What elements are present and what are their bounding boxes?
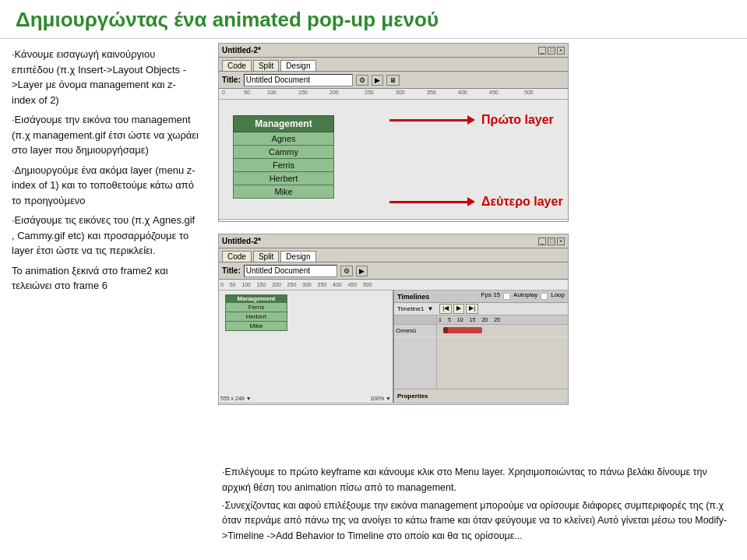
timeline-tracks-area: Omenū 1 5 10 15 20 25 — [394, 315, 568, 389]
left-text-3: ·Δημιουργούμε ένα ακόμα layer (menu z-in… — [12, 163, 199, 209]
red-arrowhead-protos — [467, 115, 475, 125]
browser-toolbar-top: Title: Untitled Document ⚙ ▶ 🖥 — [219, 72, 568, 89]
close-btn[interactable]: × — [557, 47, 565, 55]
body-tag-bottom: <body> — [219, 403, 568, 405]
bottom-text-line2: ·Συνεχίζοντας και αφού επιλέξουμε την ει… — [222, 498, 735, 544]
menu-item-herbert[interactable]: Herbert — [233, 172, 334, 185]
menu-item-ferris[interactable]: Ferris — [233, 159, 334, 172]
timeline-nav: |◀ ▶ ▶| — [439, 304, 478, 314]
tab-split-b[interactable]: Split — [253, 251, 279, 262]
timelines-controls: Fps 15 Autoplay Loop — [481, 291, 565, 301]
toolbar-icon-1[interactable]: ⚙ — [356, 75, 368, 86]
menu-header: Management — [233, 115, 334, 132]
protos-arrow: Πρώτο layer — [389, 113, 554, 127]
props-bar: Properties — [394, 389, 568, 403]
timelines-toolbar: Title: Untitled Document ⚙ ▶ — [219, 262, 568, 280]
maximize-btn-b[interactable]: □ — [548, 238, 555, 245]
properties-label: Properties — [397, 393, 428, 400]
prev-frame-btn[interactable]: |◀ — [439, 304, 452, 314]
browser-title-top: Untitled-2* — [222, 46, 261, 55]
keyframe-bar — [443, 327, 482, 333]
toolbar-btn-b2[interactable]: ▶ — [356, 266, 368, 276]
loop-checkbox[interactable] — [541, 293, 548, 300]
deutero-arrow: Δεύτερο layer — [389, 195, 563, 209]
small-menu-herbert[interactable]: Herbert — [225, 312, 287, 322]
zoom-info: 100% ▼ — [370, 396, 391, 401]
browser-titlebar-top: Untitled-2* _ □ × — [219, 44, 568, 58]
timeline-arrow: ▼ — [427, 305, 433, 312]
left-text-5: Το animation ξεκινά στο frame2 και τελει… — [12, 263, 199, 294]
tab-split[interactable]: Split — [253, 60, 279, 71]
small-menu-ferris[interactable]: Ferris — [225, 303, 287, 312]
header: Δημιουργώντας ένα animated pop-up μενού — [0, 0, 747, 39]
toolbar-btn-b1[interactable]: ⚙ — [340, 266, 353, 276]
win-controls-bottom: _ □ × — [538, 238, 565, 245]
keyframe-start — [443, 327, 448, 333]
red-line-deutero — [389, 201, 467, 203]
left-text-4: ·Εισάγουμε τις εικόνες του (π.χ Agnes.gi… — [12, 213, 199, 259]
menu-box-top: Management Agnes Cammy Ferris Herbert Mi… — [233, 115, 569, 199]
toolbar-icon-2[interactable]: ▶ — [372, 75, 383, 86]
timelines-titlebar: Untitled-2* _ □ × — [219, 234, 568, 248]
menu-item-mike[interactable]: Mike — [233, 185, 334, 199]
timeline-ruler-numbers: 1 5 10 15 20 25 — [437, 315, 568, 325]
page-title: Δημιουργώντας ένα animated pop-up μενού — [16, 8, 731, 32]
design-area-bottom: Management Ferris Herbert Mike 555 x 248… — [219, 291, 394, 403]
tab-code-b[interactable]: Code — [222, 251, 252, 262]
small-menu-header: Management — [225, 294, 287, 303]
next-frame-btn[interactable]: ▶| — [466, 304, 478, 314]
tab-code[interactable]: Code — [222, 60, 252, 71]
small-menu-box: Management Ferris Herbert Mike — [225, 294, 287, 331]
split-view: Management Ferris Herbert Mike 555 x 248… — [219, 291, 568, 403]
protos-label: Πρώτο layer — [481, 113, 554, 127]
omenu-track-content — [437, 325, 568, 337]
loop-label: Loop — [551, 291, 565, 301]
ruler-marks: 0 50 100 150 200 250 300 350 400 450 500 — [220, 90, 566, 99]
timeline-selector: Timeline1 ▼ |◀ ▶ ▶| — [394, 303, 568, 315]
close-btn-b[interactable]: × — [557, 238, 565, 245]
red-arrowhead-deutero — [467, 197, 475, 206]
fps-label: Fps 15 — [481, 291, 500, 301]
minimize-btn-b[interactable]: _ — [538, 238, 546, 245]
autoplay-label: Autoplay — [513, 291, 537, 301]
left-panel: ·Κάνουμε εισαγωγή καινούργιου επιπέδου (… — [0, 39, 210, 552]
timelines-tabs: Code Split Design — [219, 248, 568, 262]
minimize-btn[interactable]: _ — [538, 47, 546, 55]
ruler-bottom: 0 50 100 150 200 250 300 350 400 450 500 — [219, 280, 568, 291]
red-line-protos — [389, 119, 467, 122]
main-content: ·Κάνουμε εισαγωγή καινούργιου επιπέδου (… — [0, 39, 747, 552]
track-labels: Omenū — [394, 315, 437, 389]
document-title-b[interactable]: Untitled Document — [244, 265, 337, 277]
timeline-grid: 1 5 10 15 20 25 — [437, 315, 568, 389]
timelines-header-label: Timelines Fps 15 Autoplay Loop — [394, 291, 568, 303]
menu-item-agnes[interactable]: Agnes — [233, 132, 334, 146]
maximize-btn[interactable]: □ — [548, 47, 555, 55]
small-menu-mike[interactable]: Mike — [225, 322, 287, 331]
document-title-input[interactable]: Untitled Document — [244, 74, 353, 86]
screenshot-bottom: Untitled-2* _ □ × Code Split Design Titl… — [218, 234, 569, 405]
tab-design[interactable]: Design — [280, 60, 315, 71]
left-text-2: ·Εισάγουμε την εικόνα του management (π.… — [12, 112, 199, 158]
right-panel: Untitled-2* _ □ × Code Split Design Titl… — [210, 39, 747, 552]
omenu-track-label: Omenū — [394, 325, 436, 337]
deutero-label: Δεύτερο layer — [481, 195, 563, 209]
ruler-top: 0 50 100 150 200 250 300 350 400 450 500 — [219, 89, 568, 100]
left-text-1: ·Κάνουμε εισαγωγή καινούργιου επιπέδου (… — [12, 47, 199, 107]
title-label: Title: — [222, 76, 241, 84]
title-label-b: Title: — [222, 266, 241, 275]
win-controls-top: _ □ × — [538, 47, 565, 55]
play-btn[interactable]: ▶ — [453, 304, 464, 314]
track-label-1 — [394, 315, 436, 325]
timelines-panel: Timelines Fps 15 Autoplay Loop Time — [394, 291, 568, 403]
menu-item-cammy[interactable]: Cammy — [233, 146, 334, 159]
body-tag-top: <body> <div#menu> — [219, 219, 568, 222]
timelines-title: Untitled-2* — [222, 237, 261, 245]
tab-design-b[interactable]: Design — [280, 251, 315, 262]
autoplay-checkbox[interactable] — [503, 293, 510, 300]
toolbar-icon-3[interactable]: 🖥 — [386, 75, 400, 86]
timeline1-label: Timeline1 — [397, 305, 424, 312]
browser-tabs-top: Code Split Design — [219, 58, 568, 72]
timelines-window: Untitled-2* _ □ × Code Split Design Titl… — [219, 234, 568, 404]
bottom-text-line1: ·Επιλέγουμε το πρώτο keyframe και κάνουμ… — [222, 465, 735, 495]
timelines-label: Timelines — [397, 293, 429, 301]
